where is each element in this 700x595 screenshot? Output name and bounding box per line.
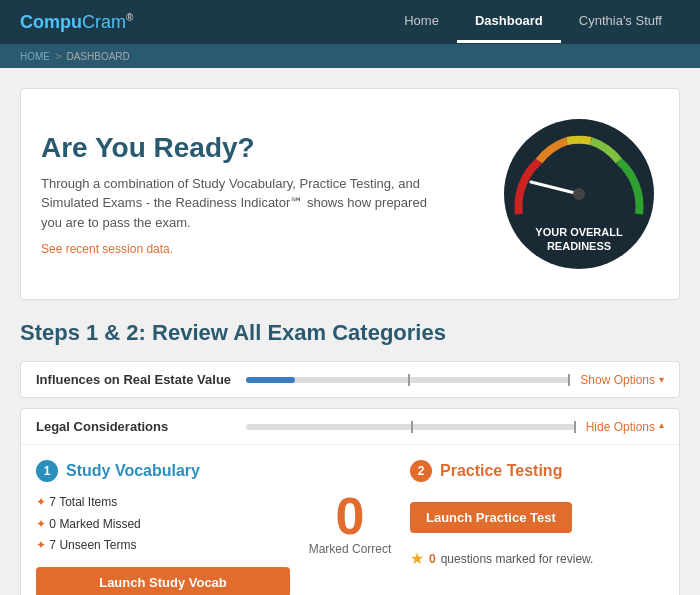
progress-tick-end-legal bbox=[574, 421, 576, 433]
gauge-svg: YOUR OVERALL READINESS bbox=[499, 114, 659, 274]
total-items-row: ✦ 7 Total Items bbox=[36, 492, 290, 514]
marked-correct-column: 0 Marked Correct bbox=[300, 460, 400, 556]
progress-track-legal bbox=[246, 424, 576, 430]
hero-text: Are You Ready? Through a combination of … bbox=[41, 132, 479, 257]
practice-testing-number: 2 bbox=[410, 460, 432, 482]
category-header-influences[interactable]: Influences on Real Estate Value Show Opt… bbox=[21, 362, 679, 397]
practice-review-text: questions marked for review. bbox=[441, 552, 594, 566]
main-nav: Home Dashboard Cynthia's Stuff bbox=[386, 1, 680, 43]
marked-correct-label: Marked Correct bbox=[309, 542, 392, 556]
practice-review-row: ★ 0 questions marked for review. bbox=[410, 549, 664, 568]
practice-testing-header: 2 Practice Testing bbox=[410, 460, 664, 482]
breadcrumb: HOME > DASHBOARD bbox=[0, 44, 700, 68]
study-vocab-column: 1 Study Vocabulary ✦ 7 Total Items ✦ 0 M… bbox=[36, 460, 290, 595]
practice-review-count: 0 bbox=[429, 552, 436, 566]
svg-text:YOUR OVERALL: YOUR OVERALL bbox=[535, 226, 623, 238]
breadcrumb-separator: > bbox=[55, 50, 61, 62]
category-header-legal[interactable]: Legal Considerations Hide Options ▾ bbox=[21, 409, 679, 444]
app-logo: CompuCram® bbox=[20, 12, 133, 33]
hero-title: Are You Ready? bbox=[41, 132, 479, 164]
launch-study-vocab-button[interactable]: Launch Study Vocab bbox=[36, 567, 290, 595]
study-vocab-number: 1 bbox=[36, 460, 58, 482]
steps-title: Steps 1 & 2: Review All Exam Categories bbox=[20, 320, 680, 346]
svg-text:READINESS: READINESS bbox=[547, 240, 611, 252]
unseen-icon: ✦ bbox=[36, 538, 46, 552]
nav-item-cynthia[interactable]: Cynthia's Stuff bbox=[561, 1, 680, 43]
marked-missed-icon: ✦ bbox=[36, 517, 46, 531]
nav-item-dashboard[interactable]: Dashboard bbox=[457, 1, 561, 43]
study-vocab-header: 1 Study Vocabulary bbox=[36, 460, 290, 482]
nav-item-home[interactable]: Home bbox=[386, 1, 457, 43]
hero-section: Are You Ready? Through a combination of … bbox=[20, 88, 680, 300]
category-row-influences: Influences on Real Estate Value Show Opt… bbox=[20, 361, 680, 398]
practice-star-icon: ★ bbox=[410, 549, 424, 568]
progress-bar-influences bbox=[246, 377, 570, 383]
breadcrumb-home[interactable]: HOME bbox=[20, 51, 50, 62]
readiness-gauge: YOUR OVERALL READINESS bbox=[499, 114, 659, 274]
marked-correct-number: 0 bbox=[336, 490, 365, 542]
category-name-influences: Influences on Real Estate Value bbox=[36, 372, 236, 387]
study-vocab-title: Study Vocabulary bbox=[66, 462, 200, 480]
progress-tick-end bbox=[568, 374, 570, 386]
see-recent-data-link[interactable]: See recent session data. bbox=[41, 242, 479, 256]
svg-point-2 bbox=[573, 188, 585, 200]
hide-options-legal[interactable]: Hide Options ▾ bbox=[586, 420, 664, 434]
practice-testing-column: 2 Practice Testing Launch Practice Test … bbox=[410, 460, 664, 568]
launch-practice-test-button[interactable]: Launch Practice Test bbox=[410, 502, 572, 533]
unseen-terms-row: ✦ 7 Unseen Terms bbox=[36, 535, 290, 557]
marked-missed-row: ✦ 0 Marked Missed bbox=[36, 514, 290, 536]
study-vocab-stats: ✦ 7 Total Items ✦ 0 Marked Missed ✦ 7 bbox=[36, 492, 290, 557]
progress-tick-mid bbox=[408, 374, 410, 386]
category-row-legal: Legal Considerations Hide Options ▾ 1 bbox=[20, 408, 680, 595]
hero-description: Through a combination of Study Vocabular… bbox=[41, 174, 441, 233]
progress-track-influences bbox=[246, 377, 570, 383]
chevron-down-icon: ▾ bbox=[659, 374, 664, 385]
app-header: CompuCram® Home Dashboard Cynthia's Stuf… bbox=[0, 0, 700, 44]
progress-fill-influences bbox=[246, 377, 295, 383]
category-name-legal: Legal Considerations bbox=[36, 419, 236, 434]
breadcrumb-current: DASHBOARD bbox=[66, 51, 129, 62]
category-expanded-legal: 1 Study Vocabulary ✦ 7 Total Items ✦ 0 M… bbox=[21, 444, 679, 595]
practice-testing-title: Practice Testing bbox=[440, 462, 562, 480]
logo-tm: ® bbox=[126, 12, 133, 23]
total-items-icon: ✦ bbox=[36, 495, 46, 509]
logo-text: CompuCram bbox=[20, 12, 126, 32]
show-options-influences[interactable]: Show Options ▾ bbox=[580, 373, 664, 387]
progress-tick-mid-legal bbox=[411, 421, 413, 433]
main-content: Are You Ready? Through a combination of … bbox=[0, 68, 700, 595]
chevron-up-icon: ▾ bbox=[659, 421, 664, 432]
progress-bar-legal bbox=[246, 424, 576, 430]
